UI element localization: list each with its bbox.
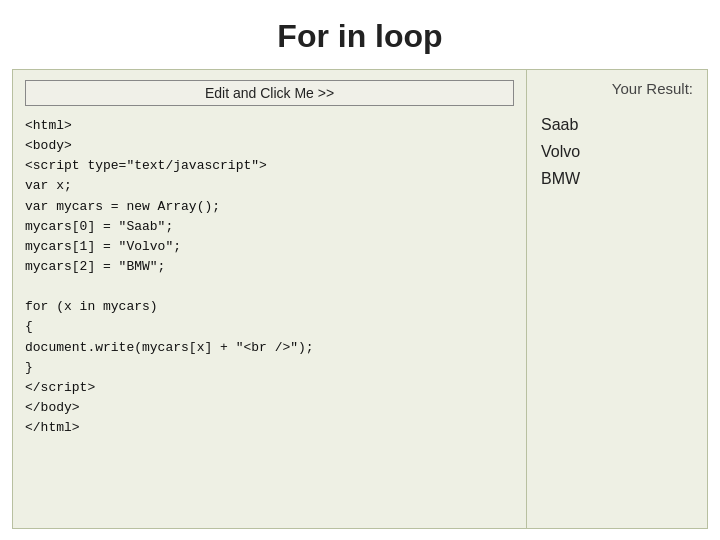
result-label: Your Result: [541,80,693,97]
page-title: For in loop [0,0,720,69]
right-panel: Your Result: SaabVolvoBMW [527,70,707,528]
edit-click-button[interactable]: Edit and Click Me >> [25,80,514,106]
left-panel: Edit and Click Me >> <html> <body> <scri… [13,70,527,528]
result-output: SaabVolvoBMW [541,111,693,193]
main-container: Edit and Click Me >> <html> <body> <scri… [12,69,708,529]
code-display: <html> <body> <script type="text/javascr… [25,116,514,518]
